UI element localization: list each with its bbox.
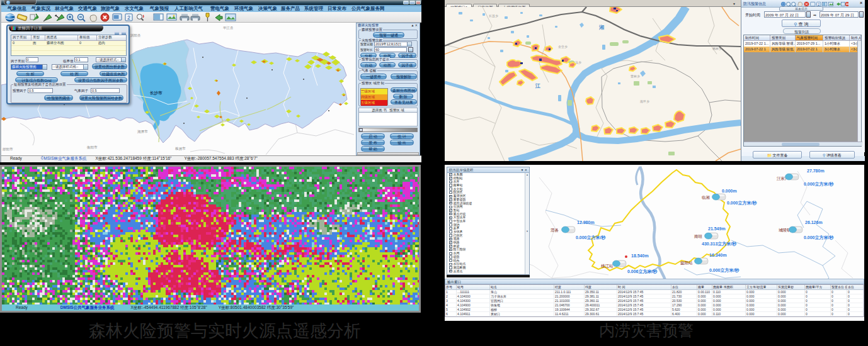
svg-text:枫林乡: 枫林乡 [712, 47, 722, 50]
svg-text:南坪乡: 南坪乡 [640, 99, 649, 103]
svg-text:株洲市: 株洲市 [174, 147, 186, 151]
svg-text:26.126m: 26.126m [805, 220, 823, 225]
svg-text:430.313立方米/秒: 430.313立方米/秒 [702, 241, 737, 247]
svg-text:0.006立方米/秒: 0.006立方米/秒 [627, 269, 658, 274]
svg-text:18.540m: 18.540m [631, 254, 649, 258]
svg-text:长连乡: 长连乡 [489, 14, 498, 18]
svg-text:益阳站: 益阳站 [680, 260, 693, 265]
svg-text:衡阳市: 衡阳市 [86, 145, 98, 150]
svg-text:南咀: 南咀 [694, 234, 703, 238]
svg-text:雷林乡: 雷林乡 [631, 74, 640, 78]
svg-text:0.000立方米/秒: 0.000立方米/秒 [804, 181, 834, 187]
svg-text:桃江站: 桃江站 [601, 264, 614, 269]
svg-text:2: 2 [818, 2, 819, 6]
svg-text:邵阳市: 邵阳市 [2, 147, 13, 152]
svg-text:临湘: 临湘 [702, 195, 710, 200]
svg-text:12.980m: 12.980m [577, 220, 595, 225]
svg-text:澧县: 澧县 [551, 228, 559, 232]
svg-text:长沙市: 长沙市 [149, 91, 163, 96]
svg-text:湘: 湘 [598, 25, 604, 30]
svg-text:0.000立方米/秒: 0.000立方米/秒 [727, 200, 757, 206]
svg-text:27.780m: 27.780m [807, 169, 825, 173]
svg-text:0.000立方米/秒: 0.000立方米/秒 [709, 267, 740, 273]
svg-text:0.000立方米/秒: 0.000立方米/秒 [576, 235, 606, 240]
svg-text:江: 江 [535, 83, 540, 89]
svg-text:16.340m: 16.340m [709, 253, 727, 257]
svg-text:21.549m: 21.549m [708, 226, 726, 231]
svg-text:2: 2 [127, 14, 130, 21]
svg-text:平江县: 平江县 [223, 26, 234, 30]
svg-text:浏阳县: 浏阳县 [130, 33, 141, 38]
svg-text:0.000立方米/秒: 0.000立方米/秒 [804, 235, 834, 240]
svg-text:湘潭市: 湘潭市 [137, 130, 148, 134]
svg-text:0.000m: 0.000m [722, 189, 737, 193]
svg-text:金堂乡: 金堂乡 [558, 45, 568, 48]
